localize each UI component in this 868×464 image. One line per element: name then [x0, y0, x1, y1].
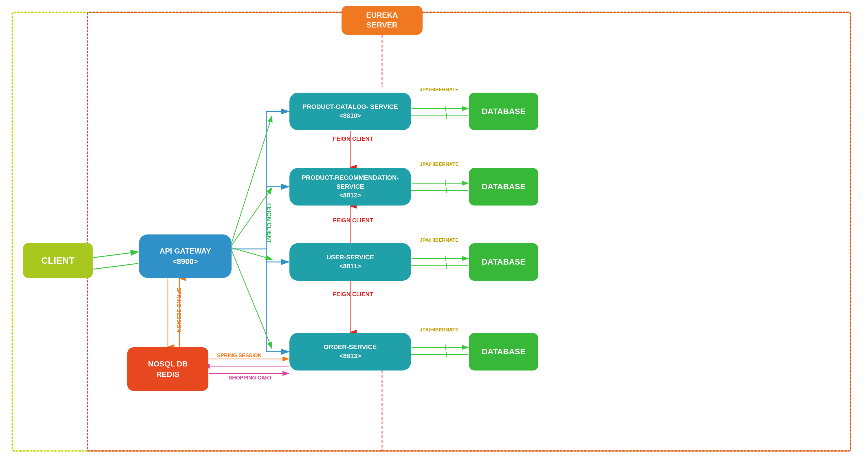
database-1: DATABASE — [469, 93, 538, 130]
jpa-label-3: JPA/HIBERNATE — [420, 237, 459, 243]
order-service-box: ORDER-SERVICE<8813> — [289, 333, 411, 371]
database-4-label: DATABASE — [482, 347, 525, 356]
feign-client-label-1: FEIGN CLIENT — [333, 135, 373, 142]
eureka-server-label: EUREKASERVER — [366, 10, 398, 30]
database-3-label: DATABASE — [482, 257, 525, 267]
jpa-label-2: JPA/HIBERNATE — [420, 161, 459, 167]
database-2-label: DATABASE — [482, 182, 525, 191]
order-service-label: ORDER-SERVICE<8813> — [324, 343, 377, 361]
client-box: CLIENT — [23, 243, 93, 278]
jpa-label-1: JPA/HIBERNATE — [420, 87, 459, 93]
database-3: DATABASE — [469, 243, 538, 281]
product-catalog-service: PRODUCT-CATALOG- SERVICE<8810> — [289, 93, 411, 130]
database-2: DATABASE — [469, 168, 538, 206]
feign-client-label-3: FEIGN CLIENT — [333, 291, 373, 298]
feign-client-label-2: FEIGN CLIENT — [333, 217, 373, 224]
product-recommendation-label: PRODUCT-RECOMMENDATION-SERVICE<8812> — [289, 174, 411, 200]
database-4: DATABASE — [469, 333, 538, 371]
product-recommendation-service: PRODUCT-RECOMMENDATION-SERVICE<8812> — [289, 168, 411, 206]
diagram-container: EUREKASERVER CLIENT API GATEWAY<8900> NO… — [0, 0, 868, 464]
eureka-server: EUREKASERVER — [342, 6, 423, 35]
jpa-label-4: JPA/HIBERNATE — [420, 327, 459, 333]
api-gateway-label: API GATEWAY<8900> — [159, 246, 211, 267]
client-label: CLIENT — [41, 255, 75, 266]
user-service-label: USER-SERVICE<8811> — [327, 253, 374, 271]
product-catalog-label: PRODUCT-CATALOG- SERVICE<8810> — [303, 102, 398, 120]
spring-session-horiz-label: SPRING SESSION — [217, 352, 261, 359]
spring-session-vertical-label: SPRING SESSION — [176, 287, 182, 332]
shopping-cart-label: SHOPPING CART — [229, 375, 272, 381]
feign-client-vertical-label: FEIGN CLIENT — [266, 203, 272, 243]
api-gateway-box: API GATEWAY<8900> — [139, 235, 231, 278]
nosql-label: NOSQL DBREDIS — [148, 359, 188, 380]
nosql-box: NOSQL DBREDIS — [127, 347, 208, 391]
database-1-label: DATABASE — [482, 107, 525, 116]
user-service-box: USER-SERVICE<8811> — [289, 243, 411, 281]
